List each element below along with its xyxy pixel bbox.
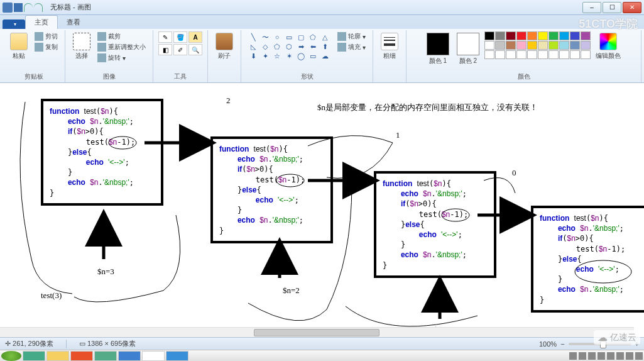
maximize-button[interactable]: ☐ xyxy=(603,2,621,13)
canvas[interactable]: $n是局部变量，在分配的内存空间里面相互独立，没有关联！ 2 1 0 $n=3 … xyxy=(0,83,644,337)
shape-5star[interactable]: ☆ xyxy=(271,52,283,60)
color-swatch[interactable] xyxy=(506,41,516,50)
fill-tool[interactable]: 🪣 xyxy=(173,31,187,43)
horizontal-scrollbar[interactable] xyxy=(0,327,634,337)
taskbar-item[interactable] xyxy=(142,351,165,361)
color-swatch-empty[interactable] xyxy=(527,50,537,59)
crop-button[interactable]: 裁剪 xyxy=(96,31,148,42)
color-swatch-empty[interactable] xyxy=(484,50,494,59)
magnifier-tool[interactable]: 🔍 xyxy=(188,44,202,55)
taskbar-item[interactable] xyxy=(23,351,45,361)
shape-outline-button[interactable]: 轮廓▾ xyxy=(336,31,368,42)
taskbar-item[interactable] xyxy=(94,351,117,361)
color-swatch[interactable] xyxy=(538,41,548,50)
shape-callout-rect[interactable]: ▭ xyxy=(307,52,319,60)
pencil-tool[interactable]: ✎ xyxy=(158,31,172,43)
shape-line[interactable]: ╲ xyxy=(248,33,259,42)
color-swatch[interactable] xyxy=(495,41,505,50)
shape-rarrow[interactable]: ➡ xyxy=(295,42,307,51)
brushes-button[interactable]: 刷子 xyxy=(213,31,236,62)
select-button[interactable]: 选择 xyxy=(70,31,93,62)
color-swatch[interactable] xyxy=(506,31,516,40)
resize-button[interactable]: 重新调整大小 xyxy=(96,42,148,52)
shape-rtriangle[interactable]: ◺ xyxy=(248,42,259,51)
scrollbar-thumb[interactable] xyxy=(254,329,379,336)
rotate-button[interactable]: 旋转▾ xyxy=(96,53,148,63)
color-swatch-empty[interactable] xyxy=(581,50,591,59)
eraser-tool[interactable]: ◧ xyxy=(158,44,172,55)
tray-icon[interactable] xyxy=(569,352,577,360)
color-swatch[interactable] xyxy=(516,41,527,50)
tray-icon[interactable] xyxy=(598,352,605,360)
tray-icon[interactable] xyxy=(588,352,596,360)
tray-icon[interactable] xyxy=(607,352,614,360)
tray-icon[interactable] xyxy=(616,352,624,360)
shape-triangle[interactable]: △ xyxy=(319,33,330,42)
shape-6star[interactable]: ✶ xyxy=(283,52,295,60)
taskbar-item[interactable] xyxy=(118,351,141,361)
file-tab[interactable] xyxy=(3,19,25,29)
shape-fill-button[interactable]: 填充▾ xyxy=(336,42,368,52)
color-swatch[interactable] xyxy=(495,31,505,40)
color-swatch[interactable] xyxy=(581,31,591,40)
color-swatch[interactable] xyxy=(527,31,537,40)
zoom-out-button[interactable]: − xyxy=(560,340,564,348)
shape-callout-round[interactable]: ◯ xyxy=(295,52,307,60)
color-swatch[interactable] xyxy=(484,31,494,40)
color-swatch[interactable] xyxy=(484,41,494,50)
shape-callout-cloud[interactable]: ☁ xyxy=(319,52,330,60)
color1-button[interactable]: 颜色 1 xyxy=(424,31,452,67)
shape-uarrow[interactable]: ⬆ xyxy=(319,42,330,51)
shape-pentagon[interactable]: ⬠ xyxy=(271,42,283,51)
edit-colors-button[interactable]: 编辑颜色 xyxy=(593,31,623,62)
shape-4star[interactable]: ✦ xyxy=(259,52,271,60)
shape-hexagon[interactable]: ⬡ xyxy=(283,42,295,51)
tray-icon[interactable] xyxy=(579,352,586,360)
color-swatch-empty[interactable] xyxy=(506,50,516,59)
color-swatch[interactable] xyxy=(538,31,548,40)
cut-button[interactable]: 剪切 xyxy=(33,31,60,42)
redo-icon[interactable] xyxy=(34,3,43,12)
color-swatch[interactable] xyxy=(570,31,580,40)
taskbar-item[interactable] xyxy=(46,351,69,361)
text-tool[interactable]: A xyxy=(188,31,202,43)
picker-tool[interactable]: ✐ xyxy=(173,44,187,55)
color-swatch-empty[interactable] xyxy=(570,50,580,59)
shape-rect[interactable]: ▭ xyxy=(283,33,295,42)
close-button[interactable]: ✕ xyxy=(623,2,641,13)
color-swatch-empty[interactable] xyxy=(495,50,505,59)
tray-icon[interactable] xyxy=(626,352,633,360)
minimize-button[interactable]: – xyxy=(582,2,601,13)
shape-roundrect[interactable]: ▢ xyxy=(295,33,307,42)
color-swatch[interactable] xyxy=(548,41,559,50)
color-swatch[interactable] xyxy=(559,31,569,40)
color-swatch[interactable] xyxy=(581,41,591,50)
color2-button[interactable]: 颜色 2 xyxy=(454,31,482,67)
paste-button[interactable]: 粘贴 xyxy=(8,31,30,62)
shapes-gallery[interactable]: ╲ 〜 ○ ▭ ▢ ⬠ △ ◺ ◇ ⬠ ⬡ ➡ ⬅ ⬆ ⬇ ✦ ☆ ✶ ◯ ▭ xyxy=(246,31,332,62)
color-swatch-empty[interactable] xyxy=(548,50,559,59)
taskbar-item[interactable] xyxy=(70,351,93,361)
save-icon[interactable] xyxy=(14,3,23,12)
color-swatch-empty[interactable] xyxy=(516,50,527,59)
shape-curve[interactable]: 〜 xyxy=(259,33,271,42)
color-swatch[interactable] xyxy=(559,41,569,50)
undo-icon[interactable] xyxy=(24,3,33,12)
shape-darrow[interactable]: ⬇ xyxy=(248,52,259,60)
shape-larrow[interactable]: ⬅ xyxy=(307,42,319,51)
tab-home[interactable]: 主页 xyxy=(25,15,58,29)
shape-polygon[interactable]: ⬠ xyxy=(307,33,319,42)
color-swatch[interactable] xyxy=(570,41,580,50)
shape-diamond[interactable]: ◇ xyxy=(259,42,271,51)
start-button[interactable] xyxy=(1,351,21,361)
shape-oval[interactable]: ○ xyxy=(271,33,283,42)
color-swatch[interactable] xyxy=(548,31,559,40)
taskbar-item[interactable] xyxy=(166,351,188,361)
color-swatch-empty[interactable] xyxy=(538,50,548,59)
tray-icon[interactable] xyxy=(635,352,643,360)
color-swatch[interactable] xyxy=(516,31,527,40)
thickness-button[interactable]: 粗细 xyxy=(378,31,401,62)
app-icon[interactable] xyxy=(3,3,13,13)
tab-view[interactable]: 查看 xyxy=(58,16,89,29)
color-swatch[interactable] xyxy=(527,41,537,50)
